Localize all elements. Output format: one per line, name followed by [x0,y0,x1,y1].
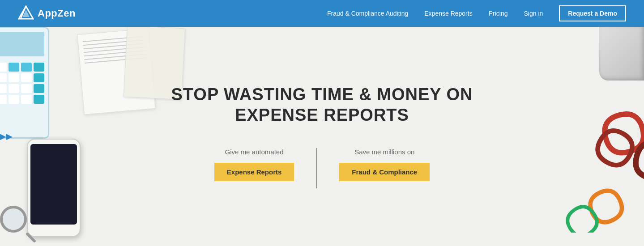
cta-right-column: Save me millions on Fraud & Compliance [317,148,452,181]
calc-screen [0,32,44,56]
hero-title-line2: EXPENSE REPORTS [235,106,409,124]
paperclips-decoration [546,54,644,233]
nav-expense[interactable]: Expense Reports [424,10,472,17]
header: AppZen Fraud & Compliance Auditing Expen… [0,0,644,27]
fraud-compliance-button[interactable]: Fraud & Compliance [339,163,430,181]
cta-left-column: Give me automated Expense Reports [192,148,317,181]
nav-signin[interactable]: Sign in [524,10,543,17]
hero-content: STOP WASTING TIME & MONEY ON EXPENSE REP… [171,85,473,188]
magnify-circle [0,206,27,233]
hero-title-line1: STOP WASTING TIME & MONEY ON [171,85,473,104]
magnify-decoration [0,206,36,242]
hero-title: STOP WASTING TIME & MONEY ON EXPENSE REP… [171,85,473,125]
calc-buttons [0,60,48,106]
expense-reports-button[interactable]: Expense Reports [214,163,294,181]
hero-section: ▶▶ STOP WASTING TIME & MONEY ON EXPENSE … [0,27,644,246]
calculator-decoration [0,27,49,139]
nav-pricing[interactable]: Pricing [489,10,508,17]
magnify-handle [26,232,36,243]
hero-bg-right [546,27,644,246]
phone-screen [30,144,77,225]
cta-left-label: Give me automated [225,148,284,156]
appzen-logo-icon [18,5,34,21]
hero-bg-left: ▶▶ [0,27,188,246]
cta-right-label: Save me millions on [354,148,414,156]
logo-text: AppZen [38,8,76,19]
logo[interactable]: AppZen [18,5,76,21]
main-nav: Fraud & Compliance Auditing Expense Repo… [327,5,626,21]
hero-cta-row: Give me automated Expense Reports Save m… [171,148,473,188]
request-demo-button[interactable]: Request a Demo [559,5,626,21]
nav-fraud[interactable]: Fraud & Compliance Auditing [327,10,408,17]
arrows-icon: ▶▶ [0,131,13,141]
